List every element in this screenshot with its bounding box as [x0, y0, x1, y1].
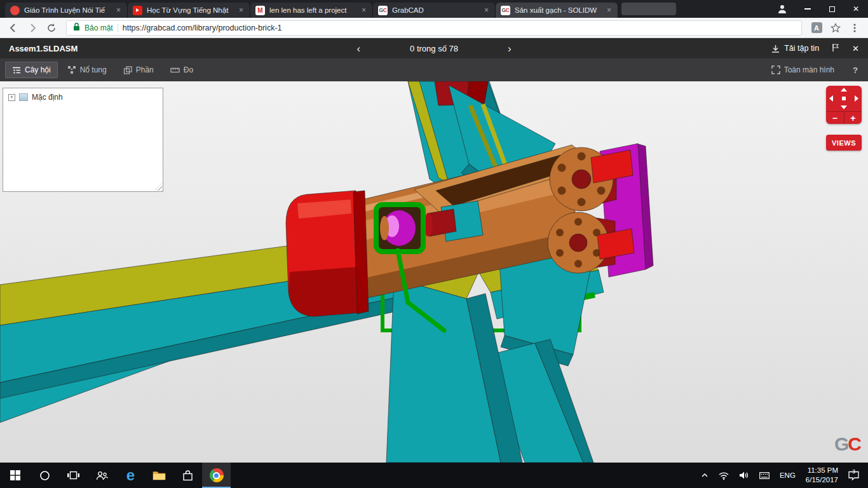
maximize-button[interactable]	[820, 6, 844, 12]
next-model-button[interactable]: ›	[508, 43, 512, 54]
store-app-button[interactable]	[173, 463, 202, 488]
fullscreen-button[interactable]: Toàn màn hình	[764, 62, 841, 78]
tab-close-icon[interactable]: ×	[483, 6, 490, 15]
close-window-button[interactable]: ✕	[844, 4, 868, 13]
measure-tool-button[interactable]: Đo	[163, 62, 200, 78]
file-explorer-button[interactable]	[145, 463, 173, 488]
taskbar-clock[interactable]: 11:35 PM 6/15/2017	[801, 466, 843, 485]
zoom-controls: − +	[826, 111, 862, 124]
speaker-icon	[739, 471, 749, 480]
zoom-in-button[interactable]: +	[844, 112, 862, 124]
grabcad-c: C	[383, 7, 387, 13]
viewer-header-actions: Tải tập tin ✕	[771, 43, 859, 54]
start-button[interactable]	[0, 463, 31, 488]
panel-resize-handle[interactable]	[154, 183, 162, 191]
refresh-button[interactable]	[43, 20, 60, 36]
prev-model-button[interactable]: ‹	[356, 43, 360, 54]
store-bag-icon	[182, 470, 193, 481]
browser-address-bar: Bảo mật https://grabcad.com/library/prod…	[0, 18, 868, 38]
tab-close-icon[interactable]: ×	[238, 6, 245, 15]
measure-tool-label: Đo	[184, 65, 193, 74]
views-button[interactable]: VIEWS	[826, 135, 862, 151]
explode-icon	[67, 65, 76, 74]
measure-ruler-icon	[170, 66, 180, 74]
language-indicator[interactable]: ENG	[775, 463, 801, 488]
parts-icon	[123, 66, 132, 74]
chevron-up-icon	[701, 473, 709, 478]
edge-browser-button[interactable]: e	[116, 463, 145, 488]
pan-right-icon[interactable]	[855, 95, 858, 102]
model-pager: ‹ 0 trong số 78 ›	[0, 43, 868, 54]
clock-time: 11:35 PM	[806, 466, 838, 475]
translate-icon[interactable]: A	[808, 20, 825, 36]
minimize-button[interactable]	[796, 8, 820, 10]
zoom-out-button[interactable]: −	[826, 112, 844, 124]
secure-lock-icon[interactable]	[73, 22, 80, 34]
tree-tool-button[interactable]: Cây hội	[5, 62, 58, 78]
pager-text: 0 trong số 78	[410, 44, 458, 53]
task-view-icon	[67, 471, 79, 480]
pan-center-dot[interactable]	[842, 97, 846, 100]
help-button[interactable]: ?	[853, 65, 858, 75]
new-tab-button[interactable]	[621, 3, 676, 15]
task-view-button[interactable]	[59, 463, 88, 488]
tab-close-icon[interactable]: ×	[606, 6, 613, 15]
view-navigation-pad: − +	[826, 86, 862, 124]
folder-icon	[153, 470, 166, 480]
translate-badge: A	[811, 22, 822, 33]
tab-gmail[interactable]: M len len has left a project ×	[250, 3, 373, 18]
tab-san-xuat-gach-active[interactable]: GC Sản xuất gạch - SOLIDW ×	[496, 3, 618, 18]
minimize-icon	[804, 8, 811, 10]
cortana-search-button[interactable]	[31, 463, 59, 488]
url-omnibox[interactable]: Bảo mật https://grabcad.com/library/prod…	[66, 20, 802, 36]
site-favicon	[10, 6, 20, 15]
model-tree-panel: + Mặc định	[3, 88, 163, 192]
pan-arrows	[826, 86, 862, 111]
back-button[interactable]	[5, 20, 22, 36]
tree-expander-icon[interactable]: +	[8, 94, 15, 101]
tab-grabcad[interactable]: GC GrabCAD ×	[373, 3, 496, 18]
windows-taskbar: e ENG 11:35 PM 6/15/2017 3	[0, 463, 868, 488]
network-status[interactable]	[714, 463, 734, 488]
secure-label[interactable]: Bảo mật	[85, 24, 113, 32]
pan-up-icon[interactable]	[841, 88, 847, 92]
tab-title: Học Từ Vựng Tiếng Nhật	[147, 6, 233, 14]
tree-root-item[interactable]: + Mặc định	[3, 88, 163, 106]
touch-keyboard-status[interactable]	[754, 463, 775, 488]
tab-close-icon[interactable]: ×	[360, 6, 367, 15]
model-filename: Assem1.SLDASM	[9, 44, 78, 53]
toolbar-right-group: Toàn màn hình ?	[764, 62, 863, 78]
parts-tool-button[interactable]: Phần	[116, 62, 161, 78]
tab-close-icon[interactable]: ×	[115, 6, 122, 15]
red-end-cap	[286, 191, 369, 316]
wifi-icon	[719, 471, 729, 480]
parts-tool-label: Phần	[136, 65, 154, 74]
pan-left-icon[interactable]	[829, 95, 833, 102]
tray-expand-chevron[interactable]	[696, 463, 714, 488]
download-button[interactable]: Tải tập tin	[771, 44, 819, 53]
tab-youtube[interactable]: Học Từ Vựng Tiếng Nhật ×	[128, 3, 250, 18]
explode-tool-button[interactable]: Nổ tung	[60, 62, 114, 78]
page-url[interactable]: https://grabcad.com/library/production-b…	[123, 24, 282, 32]
bookmark-star-icon[interactable]	[827, 20, 844, 36]
viewer-header: Assem1.SLDASM ‹ 0 trong số 78 › Tải tập …	[0, 38, 868, 58]
people-icon	[96, 471, 108, 480]
forward-button[interactable]	[24, 20, 41, 36]
omnibox-divider	[118, 24, 118, 32]
people-app-button[interactable]	[88, 463, 116, 488]
fullscreen-label: Toàn màn hình	[784, 65, 834, 74]
profile-icon[interactable]	[777, 4, 787, 14]
tab-giao-trinh[interactable]: Giáo Trình Luyện Nói Tiế ×	[5, 3, 128, 18]
tree-root-label[interactable]: Mặc định	[32, 93, 63, 102]
pan-down-icon[interactable]	[841, 105, 847, 109]
close-viewer-button[interactable]: ✕	[852, 44, 859, 53]
gmail-favicon: M	[255, 6, 265, 15]
volume-status[interactable]	[734, 463, 754, 488]
action-center-button[interactable]: 3	[843, 463, 864, 488]
fullscreen-icon	[771, 65, 780, 74]
grabcad-c: C	[506, 7, 510, 13]
menu-dots-icon[interactable]	[846, 20, 863, 36]
tree-icon	[12, 66, 21, 74]
chrome-browser-button[interactable]	[202, 463, 231, 488]
flag-report-icon[interactable]	[832, 43, 839, 54]
